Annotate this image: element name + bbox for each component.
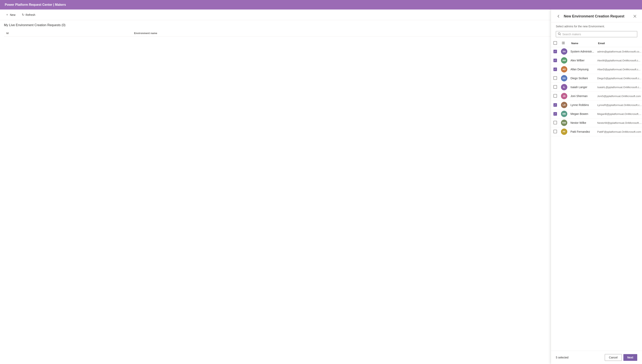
- avatar: NW: [561, 120, 567, 126]
- maker-name: System Administr...: [570, 50, 594, 53]
- panel-footer: 5 selected Cancel Next: [551, 351, 642, 364]
- avatar: JS: [561, 93, 567, 99]
- row-checkbox[interactable]: [553, 68, 557, 71]
- cancel-button[interactable]: Cancel: [605, 354, 622, 361]
- toolbar: ＋ New ↻ Refresh: [0, 10, 642, 20]
- refresh-icon: ↻: [22, 13, 24, 17]
- col-header-select: [551, 40, 559, 47]
- maker-email: JoniS@pplatformuat.OnMicrosoft.com: [597, 95, 641, 98]
- next-button[interactable]: Next: [623, 354, 637, 361]
- col-header-avatar: [559, 40, 569, 47]
- table-area: Id Environment name: [0, 30, 642, 364]
- maker-name: Joni Sherman: [570, 94, 587, 98]
- panel-subtitle: Select admins for the new Environment.: [551, 22, 642, 30]
- table-row[interactable]: PFPatti FernandezPattiF@pplatformuat.OnM…: [551, 127, 642, 136]
- maker-name: Patti Fernandez: [570, 130, 590, 133]
- row-checkbox[interactable]: [553, 58, 557, 62]
- avatar: SA: [561, 48, 567, 55]
- avatar: PF: [561, 128, 567, 135]
- table-row[interactable]: LRLynne RobbinsLynneR@pplatformuat.OnMic…: [551, 100, 642, 110]
- table-row[interactable]: JSJoni ShermanJoniS@pplatformuat.OnMicro…: [551, 92, 642, 100]
- avatar: AW: [561, 57, 567, 64]
- new-button-label: New: [10, 13, 16, 16]
- maker-name: Isaiah Langer: [570, 86, 587, 89]
- col-header-name: Name: [569, 40, 596, 47]
- refresh-button-label: Refresh: [26, 13, 35, 16]
- row-checkbox[interactable]: [553, 121, 557, 124]
- avatar: DS: [561, 75, 567, 82]
- search-box[interactable]: [556, 31, 637, 37]
- panel-header: New Environment Creation Request: [551, 10, 642, 22]
- svg-rect-3: [562, 43, 563, 44]
- maker-email: MeganB@pplatformuat.OnMicrosoft....: [597, 112, 641, 116]
- maker-name: Alex Wilber: [570, 59, 584, 62]
- maker-email: NestorW@pplatformuat.OnMicrosoft....: [597, 122, 641, 124]
- makers-table: Name Email SASystem Administr...admin@pp…: [551, 40, 642, 136]
- table-row[interactable]: MBMegan BowenMeganB@pplatformuat.OnMicro…: [551, 110, 642, 118]
- search-input[interactable]: [562, 33, 635, 36]
- svg-rect-1: [562, 42, 563, 43]
- row-checkbox[interactable]: [553, 50, 557, 53]
- footer-buttons: Cancel Next: [605, 354, 637, 361]
- col-header-email: Email: [596, 40, 642, 47]
- panel-title: New Environment Creation Request: [564, 14, 630, 18]
- selected-count: 5 selected: [556, 356, 568, 359]
- table-row[interactable]: DSDiego SicilianiDiegoS@pplatformuat.OnM…: [551, 74, 642, 83]
- maker-name: Diego Siciliani: [570, 77, 588, 80]
- svg-rect-4: [563, 43, 564, 44]
- top-bar: Power Platform Request Center | Makers: [0, 0, 642, 10]
- panel: New Environment Creation Request Select …: [551, 10, 642, 364]
- table-row[interactable]: NWNestor WilkeNestorW@pplatformuat.OnMic…: [551, 118, 642, 127]
- maker-email: PattiF@pplatformuat.OnMicrosoft.com: [597, 130, 641, 133]
- maker-email: admin@pplatformuat.OnMicrosoft.co...: [597, 50, 641, 53]
- maker-email: AllanD@pplatformuat.OnMicrosoft.c...: [597, 68, 640, 71]
- app-title: Power Platform Request Center | Makers: [5, 3, 66, 6]
- col-id: Id: [4, 30, 132, 36]
- maker-email: LynneR@pplatformuat.OnMicrosoft.c...: [597, 104, 641, 106]
- new-button[interactable]: ＋ New: [4, 12, 17, 18]
- row-checkbox[interactable]: [553, 112, 557, 116]
- row-checkbox[interactable]: [553, 85, 557, 89]
- table-row[interactable]: ILIsaiah LangerIsaiahL@pplatformuat.OnMi…: [551, 83, 642, 92]
- table-row[interactable]: SASystem Administr...admin@pplatformuat.…: [551, 47, 642, 56]
- maker-email: AlexW@pplatformuat.OnMicrosoft.c...: [597, 59, 640, 62]
- maker-email: IsaiahL@pplatformuat.OnMicrosoft.c...: [597, 86, 641, 89]
- row-checkbox[interactable]: [553, 76, 557, 80]
- maker-name: Lynne Robbins: [570, 104, 589, 106]
- avatar: MB: [561, 111, 567, 117]
- left-content: ＋ New ↻ Refresh My Live Environment Crea…: [0, 10, 642, 364]
- maker-email: DiegoS@pplatformuat.OnMicrosoft.c...: [597, 77, 641, 80]
- row-checkbox[interactable]: [553, 130, 557, 133]
- refresh-button[interactable]: ↻ Refresh: [20, 12, 37, 18]
- main-area: ＋ New ↻ Refresh My Live Environment Crea…: [0, 10, 642, 364]
- maker-name: Nestor Wilke: [570, 121, 586, 124]
- table-row[interactable]: AWAlex WilberAlexW@pplatformuat.OnMicros…: [551, 56, 642, 65]
- plus-icon: ＋: [6, 13, 9, 17]
- svg-rect-2: [563, 42, 564, 43]
- search-icon: [558, 32, 561, 36]
- makers-table-wrapper: Name Email SASystem Administr...admin@pp…: [551, 40, 642, 351]
- maker-name: Megan Bowen: [570, 112, 588, 116]
- select-all-checkbox[interactable]: [553, 41, 557, 45]
- row-checkbox[interactable]: [553, 94, 557, 98]
- avatar: AD: [561, 66, 567, 72]
- main-table: Id Environment name: [4, 30, 638, 36]
- panel-close-button[interactable]: [632, 14, 637, 18]
- maker-name: Allan Deyoung: [570, 68, 588, 71]
- avatar: LR: [561, 102, 567, 108]
- panel-back-button[interactable]: [556, 14, 561, 19]
- avatar: IL: [561, 84, 567, 90]
- row-checkbox[interactable]: [553, 103, 557, 107]
- page-title: My Live Environment Creation Requests (0…: [0, 20, 642, 30]
- table-row[interactable]: ADAllan DeyoungAllanD@pplatformuat.OnMic…: [551, 65, 642, 74]
